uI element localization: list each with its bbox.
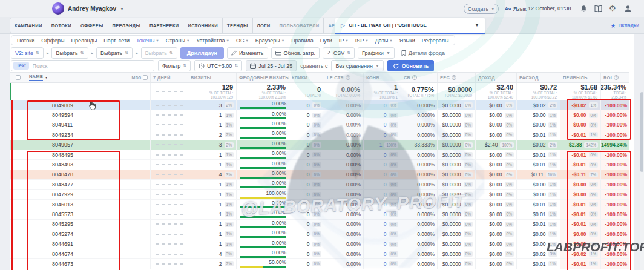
col-header-8[interactable]: CR? <box>401 73 437 82</box>
row-name[interactable]: 8044691 <box>27 239 150 248</box>
col-header-11[interactable]: РАСХОД <box>516 73 560 82</box>
bookmarks-button[interactable]: ★ Вкладки <box>611 17 639 34</box>
gear-icon[interactable]: ⚙ <box>609 4 616 13</box>
create-button[interactable]: Создать ▼ <box>464 4 499 14</box>
table-row[interactable]: 804847711%0.00%00%0.00%00%0.000%$0.00000… <box>10 180 629 189</box>
profile-icon[interactable] <box>624 5 632 13</box>
filter-link-12[interactable]: ISP▼ <box>355 38 369 44</box>
table-row[interactable]: 804959411%0.00%00%0.00%00%0.000%$0.00000… <box>10 110 629 120</box>
filter-link-8[interactable]: Браузеры▼ <box>255 38 284 44</box>
drilldown-button[interactable]: Дриллдаун <box>180 47 224 59</box>
filter-link-1[interactable]: Офферы <box>41 38 64 44</box>
nav-tab-0[interactable]: КАМПАНИИ <box>10 18 47 33</box>
filter-link-6[interactable]: Устройства▼ <box>196 38 229 44</box>
table-row[interactable]: 804905732%0.00%00%0.00%1100%33.333%$0.00… <box>10 140 629 150</box>
col-header-12[interactable]: ПРИБЫЛЬ <box>560 73 600 82</box>
charts-button[interactable]: Графики▼ <box>358 47 395 59</box>
filter-select[interactable]: Фильтр⇅ <box>158 60 191 71</box>
col-header-1[interactable]: NAME▼MD5 <box>27 73 150 82</box>
edit-button[interactable]: Изменить <box>227 47 268 59</box>
row-name[interactable]: 8045295 <box>27 220 150 229</box>
row-name[interactable]: 8049057 <box>27 140 150 150</box>
nav-tab-1[interactable]: ПОТОКИ <box>47 18 76 33</box>
language-button[interactable]: Ая Язык <box>505 0 527 17</box>
search-type-tag[interactable]: Text <box>13 62 29 70</box>
bell-icon[interactable] <box>580 5 588 13</box>
filter-link-3[interactable]: Парт. сети <box>104 38 130 44</box>
table-row[interactable]: 804527411%0.00%00%0.00%00%0.000%$0.00000… <box>10 229 629 239</box>
filter-link-15[interactable]: Рефералы <box>422 38 449 44</box>
choose-select-3[interactable]: Выбрать⇅ <box>141 47 177 59</box>
docs-icon[interactable] <box>594 5 602 13</box>
filter-link-4[interactable]: Токены▼ <box>136 38 159 44</box>
row-name[interactable]: 8048478 <box>27 170 150 179</box>
nav-tab-6[interactable]: ТРЕНДЫ <box>223 18 253 33</box>
timezone-select[interactable]: UTC+3:00⇅ <box>194 60 242 71</box>
table-row[interactable]: 804557311%0.00%00%0.00%00%0.000%$0.00000… <box>10 209 629 219</box>
table-row[interactable]: 804529511%0.00%00%0.00%00%0.000%$0.00000… <box>10 220 629 229</box>
row-name[interactable]: 8048495 <box>27 150 150 159</box>
md5-checkbox[interactable] <box>143 75 148 80</box>
level-select[interactable]: V2: site⇅ <box>11 47 44 59</box>
filter-link-13[interactable]: Даты▼ <box>375 38 393 44</box>
col-header-2[interactable]: 7 ДНЕЙ <box>150 73 188 82</box>
choose-select-1[interactable]: Выбрать⇅ <box>51 47 88 59</box>
campaign-select[interactable]: ▷ GH - BETWAY GH | PUSHHOUSE ▼ <box>335 18 485 34</box>
row-name[interactable]: 8046013 <box>27 200 150 209</box>
table-row[interactable]: 804469111%0.00%00%0.00%00%0.000%$0.00000… <box>10 239 629 249</box>
col-header-7[interactable]: КОНВ. <box>363 73 401 82</box>
filter-link-11[interactable]: IP▼ <box>339 38 349 44</box>
table-row[interactable]: 804849511%0.00%00%0.00%00%0.000%$0.00000… <box>10 150 629 160</box>
name-sort-button[interactable]: NAME <box>29 74 43 81</box>
search-box[interactable]: Text <box>11 60 154 71</box>
row-name[interactable]: 8049594 <box>27 110 150 119</box>
row-name[interactable]: 8049411 <box>27 120 150 130</box>
row-name[interactable]: 8044673 <box>27 259 150 268</box>
select-all-checkbox[interactable] <box>16 75 21 80</box>
col-header-6[interactable]: LP CTR? <box>324 73 363 82</box>
nav-tab-5[interactable]: ИСТОЧНИКИ <box>183 18 223 33</box>
nav-tab-7[interactable]: ЛОГИ <box>253 18 275 33</box>
choose-select-2[interactable]: Выбрать⇅ <box>96 47 133 59</box>
table-row[interactable]: 804941111%0.00%00%0.00%00%0.000%$0.00000… <box>10 120 629 130</box>
nav-tab-4[interactable]: ПАРТНЕРКИ <box>145 18 183 33</box>
col-header-5[interactable]: КЛИКИ <box>289 73 324 82</box>
col-header-10[interactable]: ДОХОД <box>475 73 516 82</box>
nav-tab-3[interactable]: ПРЕЛЭНДЫ <box>108 18 146 33</box>
col-header-3[interactable]: ВИЗИТЫ <box>188 73 236 82</box>
row-name[interactable]: 8048493 <box>27 160 150 169</box>
table-row[interactable]: 804792911%100.00%00%0.00%00%0.000%$0.000… <box>10 190 629 200</box>
filter-link-9[interactable]: Правила <box>291 38 314 44</box>
filter-link-7[interactable]: ОС▼ <box>236 38 249 44</box>
compare-select[interactable]: Без сравнения▼ <box>331 60 383 71</box>
filter-link-2[interactable]: Прелэнды <box>71 38 97 44</box>
refresh-button[interactable]: Обновить <box>387 60 435 71</box>
table-row[interactable]: 804847843%0.00%00%0.00%00%0.000%$0.00000… <box>10 170 629 180</box>
filter-link-5[interactable]: Страны▼ <box>166 38 190 44</box>
row-name[interactable]: 8044674 <box>27 249 150 258</box>
table-row[interactable]: 804467322%50.00%00%0.00%00%0.000%$0.0000… <box>10 259 629 269</box>
csv-export-button[interactable]: ↗CSV⇅ <box>323 47 355 59</box>
search-input[interactable] <box>31 62 152 70</box>
filter-link-14[interactable]: Языки <box>399 38 415 44</box>
col-header-4[interactable]: ФРОДОВЫЕ ВИЗИТЫ <box>236 73 289 82</box>
fraud-details-button[interactable]: Детали фрода <box>398 47 448 59</box>
user-menu[interactable]: Andrey Myagkov ▼ <box>52 0 124 17</box>
table-row[interactable]: 804467443%0.00%00%0.00%00%0.000%$0.00000… <box>10 249 629 259</box>
filter-link-10[interactable]: Пути <box>320 38 332 44</box>
table-row[interactable]: 804849311%0.00%00%0.00%00%0.000%$0.00000… <box>10 160 629 170</box>
row-name[interactable]: 8047929 <box>27 190 150 199</box>
row-name[interactable]: 8045274 <box>27 229 150 239</box>
date-range-picker[interactable]: Jul 25 - Jul 25 <box>246 60 297 71</box>
scrollbar-thumb[interactable] <box>640 92 643 172</box>
nav-tab-2[interactable]: ОФФЕРЫ <box>76 18 108 33</box>
row-name[interactable]: 8045573 <box>27 209 150 219</box>
nav-tab-8[interactable]: ПОЛЬЗОВАТЕЛИ <box>275 18 324 33</box>
filter-link-0[interactable]: Потоки <box>17 38 34 44</box>
update-costs-button[interactable]: Обнов. затр. <box>271 47 320 59</box>
table-row[interactable]: 804923422%0.00%00%0.00%00%0.000%$0.00000… <box>10 130 629 140</box>
row-name[interactable]: 8048477 <box>27 180 150 189</box>
table-row[interactable]: 804980932%0.00%00%0.00%00%0.000%$0.00000… <box>10 100 629 110</box>
col-header-13[interactable]: ROI? <box>600 73 629 82</box>
row-name[interactable]: 8049234 <box>27 130 150 139</box>
